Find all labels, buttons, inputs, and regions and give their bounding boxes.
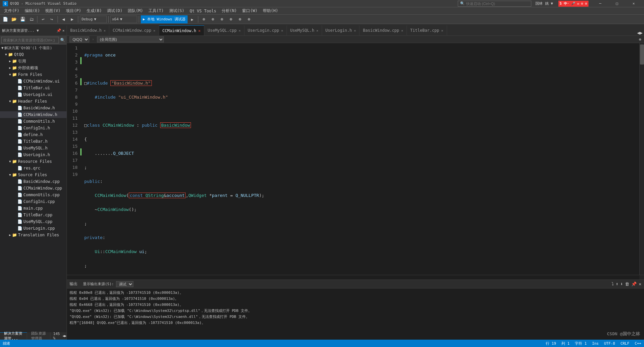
minimap-toggle[interactable]: ⊕ [639, 37, 641, 42]
bottom-tab-solution[interactable]: 解决方案资源管... [0, 332, 27, 340]
extra-btn6[interactable]: ⊕ [245, 15, 253, 23]
tree-item-configini-cpp[interactable]: 📄 ConfigIni.cpp [0, 198, 67, 205]
platform-dropdown[interactable]: x64 ▼ [110, 16, 137, 23]
sidebar-search-icon[interactable]: 🔍 [60, 38, 65, 42]
code-editor[interactable]: #pragma once □#include "BasicWindow.h" #… [82, 43, 639, 275]
menu-qt[interactable]: Qt VS Tools [187, 7, 219, 15]
close-button[interactable]: ✕ [626, 0, 641, 7]
output-source-dropdown[interactable]: 调试 [116, 281, 133, 287]
menu-view[interactable]: 视图(V) [42, 7, 63, 15]
tab-usemysql-cpp[interactable]: UseMySQL.cpp ✕ [204, 25, 244, 35]
close-usemysql-h[interactable]: ✕ [316, 29, 318, 32]
tree-item-main-cpp[interactable]: 📄 main.cpp [0, 205, 67, 212]
menu-window[interactable]: 窗口(W) [239, 7, 260, 15]
sidebar-pin-icon[interactable]: 📌 [57, 28, 61, 33]
tab-scroll-left[interactable]: ◀ [637, 30, 640, 35]
tab-usemysql-h[interactable]: UseMySQL.h ✕ [287, 25, 322, 35]
tree-item-ccmainwindow-ui[interactable]: 📄 CCMainWindow.ui [0, 78, 67, 85]
menu-help[interactable]: 帮助(H) [260, 7, 281, 15]
run-btn[interactable]: ▶ 本地 Windows 调试器 [141, 15, 188, 23]
tree-item-translationfiles[interactable]: ▶ 📁 Translation Files [0, 232, 67, 238]
save-all-btn[interactable]: 🗂 [27, 15, 35, 23]
open-btn[interactable]: 📂 [10, 15, 18, 23]
close-userlogin-cpp[interactable]: ✕ [281, 29, 283, 32]
tree-item-commonutils-cpp[interactable]: 📄 CommonUtils.cpp [0, 192, 67, 198]
tab-ccmainwindow-cpp[interactable]: CCMainWindow.cpp ✕ [109, 25, 159, 35]
menu-test[interactable]: 测试(S) [167, 7, 187, 15]
redo-btn[interactable]: ↪ [48, 15, 56, 23]
undo-btn[interactable]: ↩ [39, 15, 47, 23]
output-scroll-end-btn[interactable]: ⤵ [612, 281, 614, 286]
menu-edit[interactable]: 编辑(E) [22, 7, 43, 15]
extra-btn4[interactable]: ⊕ [227, 15, 235, 23]
tree-item-ccmainwindow-h[interactable]: 📄 CCMainWindow.h [0, 111, 67, 118]
quick-search-input[interactable] [466, 2, 526, 6]
forward-btn[interactable]: ▶ [68, 15, 76, 23]
extra-btn1[interactable]: ⊕ [200, 15, 208, 23]
menu-project[interactable]: 项目(P) [63, 7, 84, 15]
close-userlogin-h[interactable]: ✕ [354, 29, 356, 32]
tree-item-formfiles[interactable]: ▼ 📁 Form Files [0, 71, 67, 78]
tab-ccmainwindow-h[interactable]: CCMainWindow.h ✕ [159, 25, 204, 35]
tree-item-headerfiles[interactable]: ▼ 📁 Header Files [0, 98, 67, 105]
sidebar-close-icon[interactable]: ✕ [62, 28, 65, 33]
close-usemysql-cpp[interactable]: ✕ [239, 29, 241, 32]
extra-btn5[interactable]: ⊕ [236, 15, 244, 23]
menu-tools[interactable]: 工具(T) [146, 7, 167, 15]
back-btn[interactable]: ◀ [60, 15, 68, 23]
tab-userlogin-cpp[interactable]: UserLogin.cpp ✕ [244, 25, 287, 35]
tree-item-basicwindow-h[interactable]: 📄 BasicWindow.h [0, 105, 67, 111]
tree-item-commonutils-h[interactable]: 📄 CommonUtils.h [0, 118, 67, 125]
tree-item-configini-h[interactable]: 📄 ConfigIni.h [0, 125, 67, 131]
output-scroll-down-btn[interactable]: ⬇ [620, 281, 623, 286]
menu-analyze[interactable]: 分析(N) [219, 7, 240, 15]
output-clear-btn[interactable]: 🗑 [625, 281, 629, 286]
zoom-controls[interactable]: ◀▶ [63, 334, 67, 338]
save-btn[interactable]: 💾 [19, 15, 27, 23]
tree-item-titlebar-h[interactable]: 📄 TitleBar.h [0, 138, 67, 145]
tree-item-titlebar-ui[interactable]: 📄 TitleBar.ui [0, 85, 67, 91]
file-selector[interactable]: QtQQ [70, 36, 89, 42]
tab-scroll-right[interactable]: ▶ [640, 30, 643, 35]
menu-debug[interactable]: 调试(D) [104, 7, 125, 15]
close-basicwindow-h[interactable]: ✕ [104, 29, 106, 32]
extra-btn2[interactable]: ⊕ [209, 15, 217, 23]
menu-file[interactable]: 文件(F) [1, 7, 22, 15]
extra-btn3[interactable]: ⊕ [218, 15, 226, 23]
tree-item-ccmainwindow-cpp[interactable]: 📄 CCMainWindow.cpp [0, 185, 67, 192]
output-pin-btn[interactable]: 📌 [631, 281, 637, 286]
attach-btn[interactable]: ▸ [188, 15, 196, 23]
tree-item-usemysql-cpp[interactable]: 📄 UseMySQL.cpp [0, 218, 67, 225]
close-basicwindow-cpp[interactable]: ✕ [401, 29, 403, 32]
menu-build[interactable]: 生成(B) [84, 7, 105, 15]
horizontal-scrollbar[interactable] [67, 275, 644, 279]
vertical-scrollbar[interactable] [639, 43, 644, 275]
tree-item-userlogin-ui[interactable]: 📄 UserLogin.ui [0, 91, 67, 98]
tree-item-external[interactable]: ▶ 📁 外部依赖项 [0, 65, 67, 71]
tree-item-res-qrc[interactable]: 📄 res.qrc [0, 165, 67, 171]
bottom-tab-team[interactable]: 团队资源管理器 [27, 332, 50, 340]
new-project-btn[interactable]: 📄 [1, 15, 9, 23]
output-close-btn[interactable]: ✕ [639, 281, 641, 286]
minimize-button[interactable]: ─ [593, 0, 608, 7]
tree-item-refs[interactable]: ▶ 📁 引用 [0, 58, 67, 65]
config-dropdown[interactable]: Debug ▼ [80, 16, 107, 23]
sidebar-search-input[interactable] [1, 37, 59, 43]
tab-titlebar-cpp[interactable]: TitleBar.cpp ✕ [407, 25, 447, 35]
menu-team[interactable]: 团队(M) [125, 7, 146, 15]
tree-item-define-h[interactable]: 📄 define.h [0, 131, 67, 138]
tab-basicwindow-cpp[interactable]: BasicWindow.cpp ✕ [359, 25, 407, 35]
scope-selector[interactable]: (全局范围) [97, 36, 164, 42]
tab-basicwindow-h[interactable]: BasicWindow.h ✕ [67, 25, 109, 35]
tree-item-resourcefiles[interactable]: ▼ 📁 Resource Files [0, 158, 67, 165]
tree-item-sourcefiles[interactable]: ▼ 📁 Source Files [0, 171, 67, 178]
maximize-button[interactable]: □ [609, 0, 625, 7]
close-ccmainwindow-cpp[interactable]: ✕ [153, 29, 155, 32]
output-scroll-up-btn[interactable]: ⬆ [616, 281, 619, 286]
close-titlebar-cpp[interactable]: ✕ [441, 29, 443, 32]
tree-item-qtqq[interactable]: ▼ 📁 QtQQ [0, 51, 67, 58]
tree-item-userlogin-h[interactable]: 📄 UserLogin.h [0, 151, 67, 158]
tab-userlogin-h[interactable]: UserLogin.h ✕ [322, 25, 360, 35]
tree-item-usemysql-h[interactable]: 📄 UseMySQL.h [0, 145, 67, 151]
tree-item-userlogin-cpp[interactable]: 📄 UserLogin.cpp [0, 225, 67, 232]
